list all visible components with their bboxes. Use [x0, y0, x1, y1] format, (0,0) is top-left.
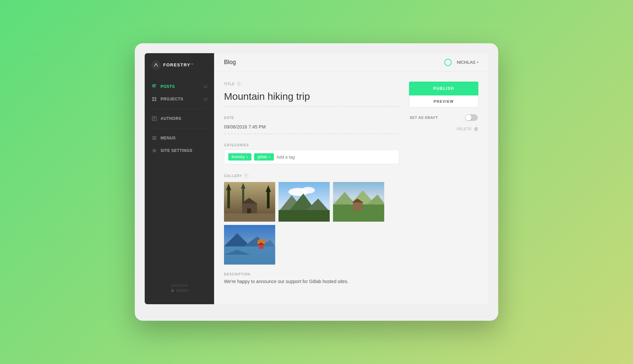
date-group: DATE — [224, 116, 399, 134]
topbar: Blog NICHLAS ▾ — [214, 53, 488, 72]
page-title: Blog — [224, 59, 236, 66]
menus-label: MENUS — [161, 136, 207, 140]
projects-count: 14 — [204, 97, 207, 101]
topbar-right: NICHLAS ▾ — [444, 59, 478, 66]
svg-rect-28 — [224, 213, 275, 222]
svg-rect-49 — [224, 246, 275, 265]
gallery-image-1[interactable] — [224, 182, 275, 222]
main-area: Blog NICHLAS ▾ TITLE ? — [214, 53, 488, 304]
sidebar-item-projects[interactable]: PROJECTS 14 — [145, 93, 214, 105]
tag-gitlab-remove[interactable]: × — [268, 155, 270, 159]
gallery-section: GALLERY ? — [224, 173, 399, 265]
tag-forestry-label: forestry — [232, 155, 245, 159]
gallery-grid — [224, 182, 399, 265]
title-input[interactable] — [224, 89, 399, 107]
svg-rect-2 — [152, 85, 156, 85]
sidebar-item-site-settings[interactable]: SITE SETTINGS — [145, 144, 214, 157]
delete-row: DELETE 🗑 — [409, 126, 478, 131]
svg-point-31 — [302, 187, 315, 194]
authors-label: AUTHORS — [161, 116, 207, 121]
gallery-image-4[interactable] — [224, 225, 275, 265]
sidebar-footer: powered by forestry — [145, 278, 214, 298]
projects-label: PROJECTS — [161, 97, 204, 101]
nav-divider-1 — [151, 109, 207, 109]
svg-point-16 — [154, 150, 155, 152]
tag-forestry-remove[interactable]: × — [246, 155, 248, 159]
content-wrapper: TITLE ? DATE — [214, 72, 488, 304]
menus-icon — [151, 135, 157, 141]
sidebar: FORESTRYio POSTS 12 — [145, 53, 214, 304]
chevron-down-icon: ▾ — [477, 60, 478, 64]
tag-input[interactable] — [277, 155, 332, 160]
form-area: TITLE ? DATE — [224, 82, 399, 294]
site-settings-label: SITE SETTINGS — [161, 148, 207, 153]
site-settings-icon — [151, 148, 157, 154]
tags-container: forestry × gitlab × — [224, 150, 399, 164]
nav-divider-2 — [151, 128, 207, 128]
date-label: DATE — [224, 116, 399, 120]
gallery-label: GALLERY ? — [224, 173, 399, 178]
sidebar-nav: POSTS 12 PROJECTS 14 — [145, 77, 214, 278]
svg-rect-21 — [267, 190, 270, 208]
status-indicator — [444, 59, 452, 66]
sidebar-item-authors[interactable]: AUTHORS — [145, 112, 214, 125]
svg-rect-7 — [152, 99, 154, 101]
draft-row: SET AS DRAFT — [409, 114, 478, 121]
tag-gitlab-label: gitlab — [257, 155, 267, 159]
toggle-knob — [465, 115, 471, 121]
title-info-icon[interactable]: ? — [237, 82, 242, 86]
posts-count: 12 — [204, 85, 207, 89]
title-group: TITLE ? — [224, 82, 399, 107]
right-panel: PUBLISH PREVIEW SET AS DRAFT DELETE 🗑 — [409, 82, 478, 294]
svg-rect-8 — [155, 99, 156, 101]
draft-label: SET AS DRAFT — [410, 116, 438, 120]
svg-rect-51 — [259, 245, 264, 249]
svg-rect-6 — [155, 97, 156, 99]
publish-button[interactable]: PUBLISH — [409, 82, 478, 95]
footer-logo-text: forestry — [176, 288, 188, 292]
projects-icon — [151, 96, 157, 102]
svg-rect-41 — [353, 202, 363, 211]
description-group: DESCRIPTION We're happy to announce our … — [224, 273, 399, 285]
footer-logo: forestry — [151, 288, 207, 292]
categories-label: CATEGORIES — [224, 143, 399, 147]
svg-rect-4 — [152, 87, 156, 88]
sidebar-item-menus[interactable]: MENUS — [145, 132, 214, 144]
powered-by-text: powered by — [151, 284, 207, 287]
logo-text: FORESTRYio — [163, 62, 194, 67]
tag-gitlab[interactable]: gitlab × — [254, 153, 274, 161]
description-text: We're happy to announce our support for … — [224, 278, 399, 285]
svg-rect-5 — [152, 97, 154, 99]
categories-group: CATEGORIES forestry × gitlab × — [224, 143, 399, 164]
tag-forestry[interactable]: forestry × — [228, 153, 251, 161]
preview-button[interactable]: PREVIEW — [409, 95, 478, 108]
title-label: TITLE ? — [224, 82, 399, 86]
delete-icon[interactable]: 🗑 — [474, 126, 478, 131]
svg-rect-3 — [152, 86, 155, 87]
svg-marker-17 — [171, 289, 174, 292]
posts-icon — [151, 84, 157, 90]
svg-rect-35 — [279, 210, 330, 222]
posts-label: POSTS — [161, 84, 204, 89]
date-input[interactable] — [224, 122, 399, 134]
delete-label: DELETE — [457, 127, 472, 131]
logo: FORESTRYio — [145, 53, 214, 77]
authors-icon — [151, 116, 157, 122]
draft-toggle[interactable] — [465, 114, 478, 121]
user-name-text: NICHLAS — [457, 60, 475, 65]
logo-icon — [151, 60, 161, 70]
sidebar-item-posts[interactable]: POSTS 12 — [145, 80, 214, 93]
gallery-image-3[interactable] — [333, 182, 384, 222]
user-menu[interactable]: NICHLAS ▾ — [457, 60, 478, 65]
description-label: DESCRIPTION — [224, 273, 399, 276]
gallery-info-icon[interactable]: ? — [244, 173, 248, 178]
svg-rect-19 — [227, 189, 230, 208]
gallery-image-2[interactable] — [279, 182, 330, 222]
